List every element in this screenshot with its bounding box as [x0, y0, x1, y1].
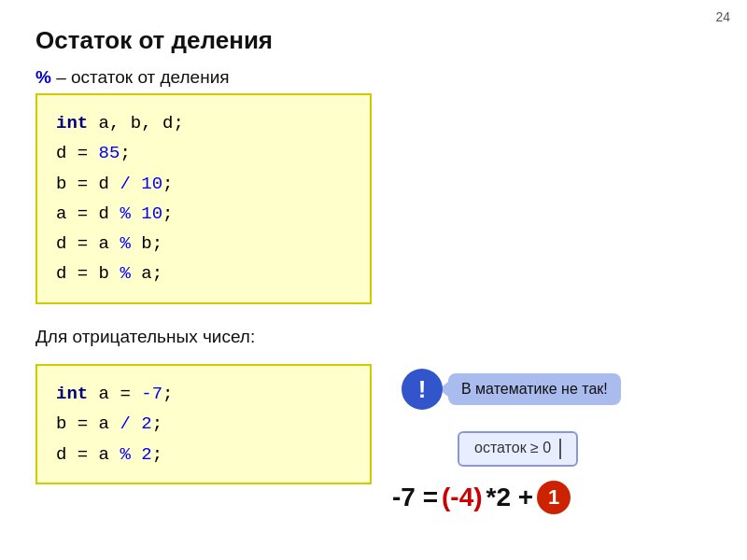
code-block-1: int a, b, d; d = 85; b = d / 10; a = d %… [35, 93, 372, 304]
operator: % [120, 233, 130, 254]
number: 2 [141, 413, 151, 434]
math-left: -7 = [392, 483, 438, 512]
math-neg4: (-4) [442, 483, 483, 512]
operator: % [120, 203, 130, 224]
code-line: d = a % b; [56, 229, 351, 259]
math-remainder-circle: 1 [537, 481, 571, 514]
number: 85 [99, 143, 120, 163]
subtitle-text: – остаток от деления [56, 67, 229, 87]
operator: % [120, 444, 130, 465]
section-label: Для отрицательных чисел: [35, 327, 255, 347]
math-expression: -7 = (-4) *2 + 1 [392, 481, 571, 514]
section-label-colon: : [250, 327, 255, 346]
code-line: int a = -7; [56, 379, 351, 409]
number: 10 [141, 174, 162, 194]
callout-text: В математике не так! [461, 381, 608, 397]
code-line: a = d % 10; [56, 199, 351, 229]
code-line: int a, b, d; [56, 108, 351, 138]
code-line: b = d / 10; [56, 169, 351, 199]
remainder-text: остаток ≥ 0 [474, 440, 551, 455]
number: 2 [141, 444, 151, 465]
keyword: int [56, 113, 88, 133]
math-mid: *2 + [486, 483, 534, 512]
number-negative: -7 [141, 384, 162, 404]
number: 10 [141, 203, 162, 224]
callout-bubble: В математике не так! [448, 373, 621, 405]
callout-container: ! В математике не так! [402, 369, 621, 410]
code-line: d = b % a; [56, 259, 351, 288]
operator: / [120, 174, 130, 194]
page-title: Остаток от деления [35, 26, 273, 55]
remainder-note-box: остаток ≥ 0 [458, 431, 578, 467]
code-line: d = 85; [56, 138, 351, 168]
page-number: 24 [715, 9, 730, 24]
operator: % [120, 263, 130, 284]
operator: / [120, 413, 130, 434]
section-label-bold: Для отрицательных чисел [35, 327, 250, 346]
percent-operator: % [35, 67, 51, 87]
subtitle: % – остаток от деления [35, 67, 230, 88]
keyword: int [56, 384, 88, 404]
exclamation-icon: ! [402, 369, 443, 410]
vertical-bar [559, 439, 561, 459]
code-line: d = a % 2; [56, 440, 351, 469]
code-block-2: int a = -7; b = a / 2; d = a % 2; [35, 364, 372, 484]
code-line: b = a / 2; [56, 409, 351, 439]
